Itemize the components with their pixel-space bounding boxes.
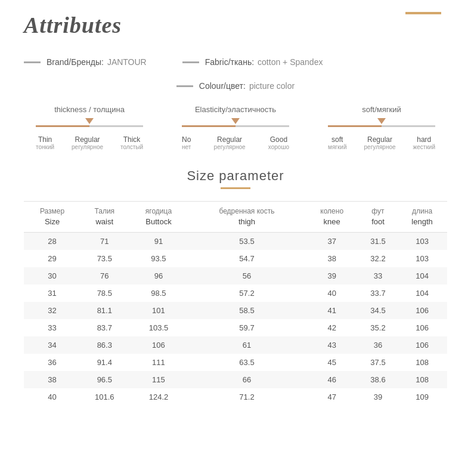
slider-label-item: Thinтонкий — [36, 135, 54, 150]
table-row: 2973.593.554.73832.2103 — [24, 250, 447, 267]
sliders-section: thickness / толщинаThinтонкийRegularрегу… — [24, 105, 447, 150]
table-cell: 73.5 — [80, 250, 128, 267]
colour-label: Colour/цвет: — [199, 81, 246, 91]
slider-label-item: Regularрегулярное — [364, 135, 396, 150]
slider-title-soft: soft/мягкий — [362, 105, 401, 114]
table-cell: 31 — [24, 285, 80, 302]
slider-group-elasticity: Elasticity/эластичностьNoнетRegularрегул… — [182, 105, 289, 150]
size-section: Size parameter РазмерSizeТалияwaistягоди… — [24, 168, 447, 406]
slider-filled-thickness — [36, 125, 89, 127]
table-cell: 106 — [397, 319, 447, 336]
slider-track-thickness — [36, 125, 143, 127]
fabric-dash — [182, 61, 199, 63]
table-cell: 45 — [305, 354, 359, 371]
slider-filled-soft — [328, 125, 382, 127]
slider-label-sub: регулярное — [214, 144, 246, 150]
slider-label-main: soft — [331, 135, 343, 144]
brand-value: JANTOUR — [107, 57, 147, 67]
table-cell: 47 — [305, 388, 359, 406]
table-cell: 96.5 — [80, 371, 128, 388]
slider-label-sub: хорошо — [268, 144, 289, 150]
table-cell: 34 — [24, 336, 80, 354]
brand-dash — [24, 61, 41, 63]
table-cell: 37.5 — [359, 354, 397, 371]
table-header-cell: длинаlength — [397, 202, 447, 233]
size-table: РазмерSizeТалияwaistягодицаButtockбедрен… — [24, 201, 447, 406]
table-cell: 93.5 — [129, 250, 189, 267]
slider-track-wrap-elasticity — [182, 120, 289, 132]
table-cell: 83.7 — [80, 319, 128, 336]
table-cell: 38 — [24, 371, 80, 388]
table-cell: 104 — [397, 285, 447, 302]
table-cell: 71.2 — [188, 388, 305, 406]
slider-label-main: Thick — [123, 135, 141, 144]
th-bottom: Size — [26, 217, 78, 227]
title-accent-bar — [405, 12, 441, 14]
slider-label-main: No — [182, 135, 191, 144]
table-cell: 28 — [24, 232, 80, 250]
th-top: фут — [361, 206, 395, 217]
table-cell: 41 — [305, 302, 359, 319]
table-cell: 43 — [305, 336, 359, 354]
table-cell: 124.2 — [129, 388, 189, 406]
th-top: ягодица — [131, 206, 187, 217]
slider-thumb-soft — [377, 118, 386, 124]
table-cell: 103 — [397, 232, 447, 250]
table-cell: 58.5 — [188, 302, 305, 319]
table-cell: 103.5 — [129, 319, 189, 336]
slider-label-item: Thickтолстый — [120, 135, 143, 150]
slider-track-wrap-thickness — [36, 120, 143, 132]
table-cell: 38.6 — [359, 371, 397, 388]
slider-label-main: Regular — [75, 135, 100, 144]
table-cell: 101.6 — [80, 388, 128, 406]
table-cell: 32 — [24, 302, 80, 319]
th-bottom: foot — [361, 217, 395, 227]
slider-label-main: Regular — [367, 135, 392, 144]
slider-label-sub: тонкий — [36, 144, 54, 150]
table-cell: 61 — [188, 336, 305, 354]
table-cell: 33 — [24, 319, 80, 336]
table-header-cell: коленоknee — [305, 202, 359, 233]
table-cell: 91.4 — [80, 354, 128, 371]
table-row: 3486.3106614336106 — [24, 336, 447, 354]
table-row: 3383.7103.559.74235.2106 — [24, 319, 447, 336]
brand-attr-row: Brand/Бренды: JANTOUR — [24, 57, 147, 67]
table-cell: 39 — [359, 388, 397, 406]
table-cell: 53.5 — [188, 232, 305, 250]
table-cell: 59.7 — [188, 319, 305, 336]
table-cell: 103 — [397, 250, 447, 267]
slider-labels-soft: softмягкийRegularрегулярноеhardжесткий — [328, 135, 435, 150]
slider-filled-elasticity — [182, 125, 235, 127]
table-cell: 57.2 — [188, 285, 305, 302]
slider-group-soft: soft/мягкийsoftмягкийRegularрегулярноеha… — [328, 105, 435, 150]
table-row: 3178.598.557.24033.7104 — [24, 285, 447, 302]
table-cell: 63.5 — [188, 354, 305, 371]
table-row: 307696563933104 — [24, 267, 447, 285]
table-cell: 76 — [80, 267, 128, 285]
slider-label-sub: нет — [182, 144, 191, 150]
table-cell: 109 — [397, 388, 447, 406]
brand-label: Brand/Бренды: — [47, 57, 104, 67]
table-cell: 34.5 — [359, 302, 397, 319]
table-cell: 108 — [397, 354, 447, 371]
table-row: 3281.110158.54134.5106 — [24, 302, 447, 319]
fabric-label: Fabric/ткань: — [205, 57, 254, 67]
th-bottom: Buttock — [131, 217, 187, 227]
table-cell: 30 — [24, 267, 80, 285]
attributes-section: Brand/Бренды: JANTOUR Fabric/ткань: cott… — [24, 51, 447, 91]
slider-track-elasticity — [182, 125, 289, 127]
table-cell: 56 — [188, 267, 305, 285]
th-bottom: knee — [308, 217, 357, 227]
table-cell: 46 — [305, 371, 359, 388]
slider-label-item: hardжесткий — [413, 135, 435, 150]
table-cell: 39 — [305, 267, 359, 285]
table-row: 40101.6124.271.24739109 — [24, 388, 447, 406]
table-cell: 115 — [129, 371, 189, 388]
colour-attr-row: Colour/цвет: picture color — [24, 81, 447, 91]
slider-labels-elasticity: NoнетRegularрегулярноеGoodхорошо — [182, 135, 289, 150]
table-cell: 91 — [129, 232, 189, 250]
slider-label-main: hard — [417, 135, 431, 144]
colour-value: picture color — [249, 81, 295, 91]
th-top: Талия — [83, 206, 126, 217]
size-title-underline — [221, 187, 250, 189]
